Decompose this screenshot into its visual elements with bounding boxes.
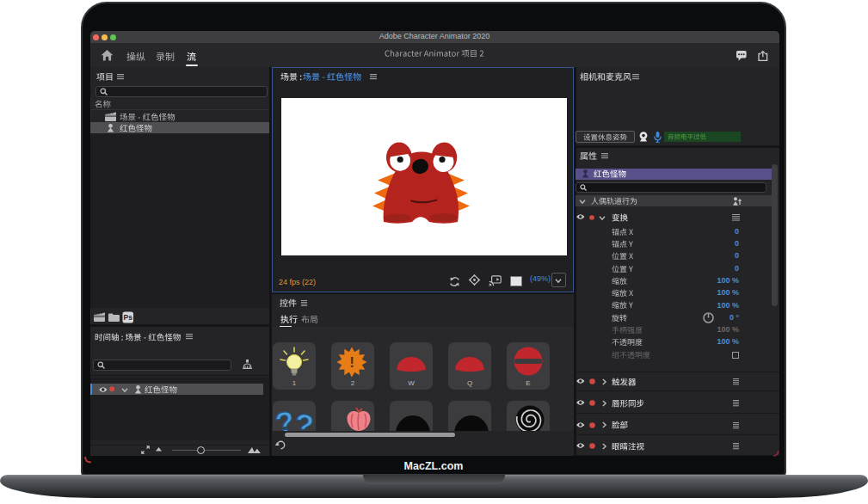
svg-text:!: ! (349, 354, 354, 371)
svg-text:?: ? (292, 407, 316, 431)
svg-text:Ps: Ps (123, 313, 132, 322)
